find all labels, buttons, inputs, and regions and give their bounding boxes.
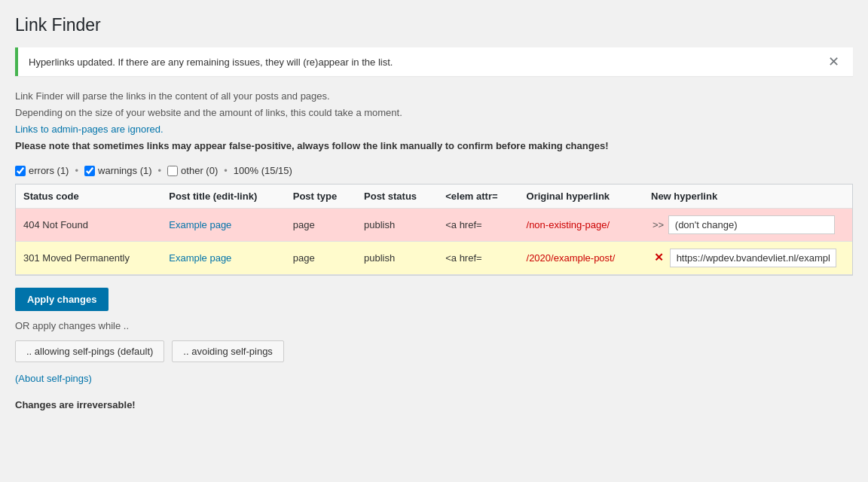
notice-banner: Hyperlinks updated. If there are any rem… <box>15 47 853 76</box>
warnings-checkbox[interactable] <box>84 166 95 176</box>
col-original-hyperlink: Original hyperlink <box>519 185 643 209</box>
links-table-wrapper: Status code Post title (edit-link) Post … <box>15 184 853 276</box>
col-post-title: Post title (edit-link) <box>161 185 286 209</box>
cell-original-hyperlink: /non-existing-page/ <box>519 209 643 242</box>
irreversible-warning: Changes are irreversable! <box>15 399 853 410</box>
col-post-status: Post status <box>356 185 438 209</box>
arrow-action-button[interactable]: >> <box>651 219 665 230</box>
dot-3: • <box>224 165 228 176</box>
other-label[interactable]: other (0) <box>181 165 218 176</box>
col-elem-attr: <elem attr= <box>438 185 518 209</box>
cell-post-type: page <box>286 242 356 275</box>
new-hyperlink-input[interactable] <box>668 215 835 234</box>
cell-post-type: page <box>286 209 356 242</box>
col-post-type: Post type <box>286 185 356 209</box>
errors-label[interactable]: errors (1) <box>29 165 69 176</box>
allow-self-pings-button[interactable]: .. allowing self-pings (default) <box>15 340 164 362</box>
secondary-buttons-row: .. allowing self-pings (default) .. avoi… <box>15 340 853 362</box>
apply-changes-button[interactable]: Apply changes <box>15 288 108 311</box>
description-line2: Depending on the size of your website an… <box>15 105 853 121</box>
notice-text: Hyperlinks updated. If there are any rem… <box>29 56 393 68</box>
table-row: 301 Moved Permanently Example page page … <box>16 242 852 275</box>
post-title-link[interactable]: Example page <box>169 252 231 264</box>
table-header-row: Status code Post title (edit-link) Post … <box>16 185 852 209</box>
links-table: Status code Post title (edit-link) Post … <box>16 185 852 275</box>
dot-1: • <box>75 165 78 176</box>
about-self-pings-link[interactable]: (About self-pings) <box>15 373 92 384</box>
cell-post-status: publish <box>356 209 438 242</box>
description-line4: Please note that sometimes links may app… <box>15 138 853 154</box>
cell-elem-attr: <a href= <box>438 242 518 275</box>
col-new-hyperlink: New hyperlink <box>643 185 852 209</box>
cell-original-hyperlink: /2020/example-post/ <box>519 242 643 275</box>
dot-2: • <box>158 165 162 176</box>
filter-errors: errors (1) <box>15 165 69 176</box>
errors-checkbox[interactable] <box>15 166 26 176</box>
or-apply-text: OR apply changes while .. <box>15 320 853 331</box>
page-title: Link Finder <box>15 15 853 35</box>
progress-text: 100% (15/15) <box>234 165 292 176</box>
filters-row: errors (1) • warnings (1) • other (0) • … <box>15 165 853 176</box>
x-action-button[interactable]: ✕ <box>651 251 667 264</box>
warnings-label[interactable]: warnings (1) <box>98 165 152 176</box>
about-self-pings-wrapper: (About self-pings) <box>15 373 853 393</box>
cell-action-new-hyperlink: ✕ <box>643 242 852 275</box>
filter-other: other (0) <box>167 165 218 176</box>
col-status-code: Status code <box>16 185 161 209</box>
post-title-link[interactable]: Example page <box>169 219 231 230</box>
cell-action-new-hyperlink: >> <box>643 209 852 242</box>
description-line3: Links to admin-pages are ignored. <box>15 121 853 138</box>
cell-post-status: publish <box>356 242 438 275</box>
notice-close-button[interactable]: ✕ <box>825 55 842 69</box>
new-hyperlink-input[interactable] <box>670 249 836 267</box>
cell-post-title: Example page <box>161 242 286 275</box>
description-line1: Link Finder will parse the links in the … <box>15 88 853 105</box>
filter-warnings: warnings (1) <box>84 165 152 176</box>
other-checkbox[interactable] <box>167 166 178 176</box>
avoid-self-pings-button[interactable]: .. avoiding self-pings <box>172 340 284 362</box>
description-block: Link Finder will parse the links in the … <box>15 88 853 154</box>
cell-elem-attr: <a href= <box>438 209 518 242</box>
table-row: 404 Not Found Example page page publish … <box>16 209 852 242</box>
cell-status-code: 404 Not Found <box>16 209 161 242</box>
cell-post-title: Example page <box>161 209 286 242</box>
cell-status-code: 301 Moved Permanently <box>16 242 161 275</box>
